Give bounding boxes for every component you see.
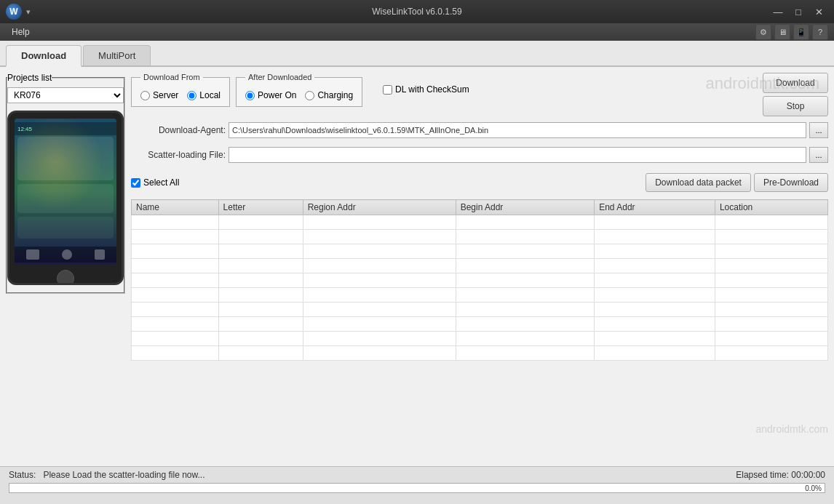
app-logo: W <box>6 4 22 20</box>
table-row <box>132 303 828 317</box>
progress-bar: 0.0% <box>9 483 825 493</box>
table-row <box>132 230 828 244</box>
phone-icon[interactable]: 📱 <box>793 24 809 40</box>
menu-help[interactable]: Help <box>6 25 36 39</box>
action-buttons: Download Stop <box>763 73 828 116</box>
controls-area: Download From Server Local Aft <box>131 73 828 435</box>
download-agent-label: Download-Agent: <box>131 125 226 135</box>
scatter-file-browse[interactable]: ... <box>809 147 828 163</box>
after-power-on-text: Power On <box>258 90 296 100</box>
pre-download-button[interactable]: Pre-Download <box>754 173 828 192</box>
table-row <box>132 346 828 361</box>
after-downloaded-legend: After Downloaded <box>245 73 314 81</box>
main-content: androidmtk.com Projects list KR076 12:45 <box>0 67 834 466</box>
download-from-local-label[interactable]: Local <box>187 90 221 100</box>
projects-legend: Projects list <box>7 73 52 83</box>
quick-access-icon[interactable]: ▾ <box>26 7 31 17</box>
stop-button[interactable]: Stop <box>763 96 828 116</box>
title-bar: W ▾ WiseLinkTool v6.0.1.59 — □ ✕ <box>0 0 834 23</box>
download-from-group: Download From Server Local <box>131 73 230 107</box>
download-packet-button[interactable]: Download data packet <box>646 173 751 192</box>
close-button[interactable]: ✕ <box>809 4 828 19</box>
table-row <box>132 215 828 230</box>
scatter-file-row: Scatter-loading File: ... <box>131 147 828 163</box>
window-title: WiseLinkTool v6.0.1.59 <box>372 7 461 17</box>
download-from-local-text: Local <box>199 90 221 100</box>
minimize-button[interactable]: — <box>769 4 787 19</box>
screen-content: 12:45 <box>15 119 116 264</box>
table-row <box>132 244 828 259</box>
select-all-text: Select All <box>143 177 179 188</box>
table-row <box>132 288 828 303</box>
data-table: Name Letter Region Addr Begin Addr End A… <box>131 199 828 361</box>
checksum-text: DL with CheckSum <box>395 84 469 95</box>
table-row <box>132 332 828 346</box>
table-row <box>132 259 828 273</box>
checksum-label[interactable]: DL with CheckSum <box>383 84 469 95</box>
scatter-file-input[interactable] <box>229 147 806 163</box>
col-letter: Letter <box>218 200 303 215</box>
scatter-file-label: Scatter-loading File: <box>131 150 226 160</box>
after-downloaded-group: After Downloaded Power On Charging <box>236 73 362 107</box>
after-power-on-label[interactable]: Power On <box>245 90 296 100</box>
col-begin: Begin Addr <box>456 200 595 215</box>
progress-label: 0.0% <box>805 484 822 494</box>
help-icon[interactable]: ? <box>812 24 828 40</box>
col-location: Location <box>715 200 827 215</box>
download-from-server-radio[interactable] <box>140 91 150 100</box>
device-home-button <box>57 270 74 285</box>
download-from-local-radio[interactable] <box>187 91 196 100</box>
settings-icon[interactable]: ⚙ <box>755 24 771 40</box>
download-from-server-label[interactable]: Server <box>140 90 178 100</box>
table-row <box>132 317 828 332</box>
col-end: End Addr <box>595 200 715 215</box>
project-select[interactable]: KR076 <box>7 87 124 103</box>
table-row <box>132 273 828 288</box>
select-all-label[interactable]: Select All <box>131 177 179 188</box>
col-region: Region Addr <box>303 200 456 215</box>
menu-bar: Help ⚙ 🖥 📱 ? <box>0 23 834 41</box>
projects-panel: Projects list KR076 12:45 <box>6 73 125 294</box>
select-all-checkbox[interactable] <box>131 178 140 188</box>
watermark-bottom: androidmtk.com <box>131 423 828 435</box>
after-charging-text: Charging <box>317 90 353 100</box>
status-bar: Status: Please Load the scatter-loading … <box>0 466 834 504</box>
col-name: Name <box>132 200 219 215</box>
table-toolbar: Select All Download data packet Pre-Down… <box>131 172 828 193</box>
download-from-server-text: Server <box>153 90 178 100</box>
tab-download[interactable]: Download <box>6 45 82 67</box>
after-charging-label[interactable]: Charging <box>305 90 353 100</box>
download-agent-input[interactable] <box>229 122 806 138</box>
checksum-area: DL with CheckSum <box>368 73 469 95</box>
data-table-container: Name Letter Region Addr Begin Addr End A… <box>131 199 828 432</box>
download-agent-browse[interactable]: ... <box>809 122 828 138</box>
tabs-bar: Download MultiPort <box>0 41 834 67</box>
device-image: 12:45 <box>7 111 124 285</box>
status-label: Status: <box>9 470 36 480</box>
monitor-icon[interactable]: 🖥 <box>774 24 790 40</box>
after-charging-radio[interactable] <box>305 91 314 100</box>
status-message: Please Load the scatter-loading file now… <box>43 470 204 480</box>
download-button[interactable]: Download <box>763 73 828 93</box>
elapsed-time: Elapsed time: 00:00:00 <box>736 470 825 480</box>
checksum-checkbox[interactable] <box>383 85 392 95</box>
device-screen: 12:45 <box>15 119 116 264</box>
download-agent-row: Download-Agent: ... <box>131 122 828 138</box>
tab-multiport[interactable]: MultiPort <box>83 45 151 65</box>
maximize-button[interactable]: □ <box>789 4 808 19</box>
after-power-on-radio[interactable] <box>245 91 255 100</box>
download-from-legend: Download From <box>140 73 203 81</box>
